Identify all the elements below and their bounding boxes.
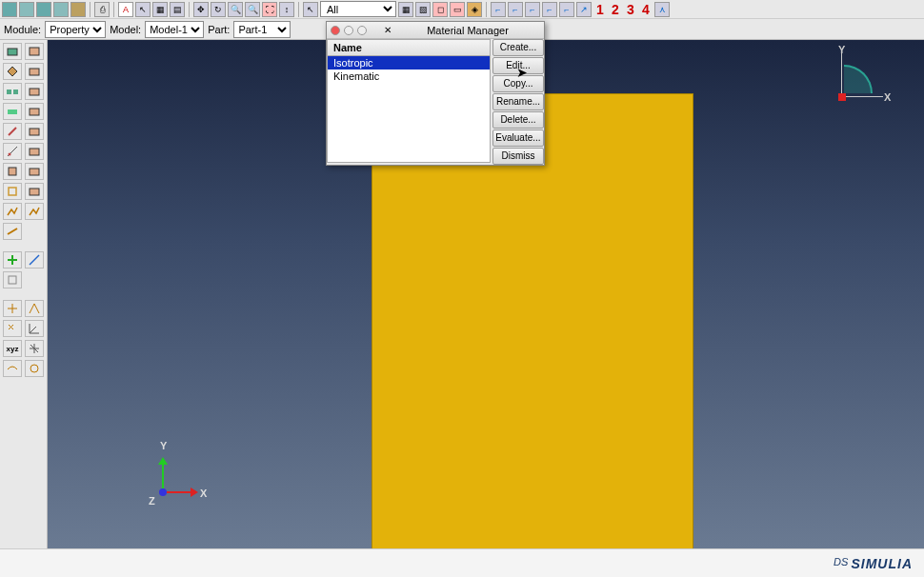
evaluate-button[interactable]: Evaluate... [492,129,544,147]
model-dropdown[interactable]: Model-1 [145,21,204,38]
print-icon[interactable]: ⎙ [94,2,110,17]
list-item[interactable]: Isotropic [328,56,490,70]
tool-section-icon[interactable] [25,43,44,60]
brand-logo: DS SIMULIA [834,556,913,571]
delete-button[interactable]: Delete... [492,111,544,129]
person-icon[interactable]: ⋏ [654,2,670,17]
svg-rect-8 [30,129,39,135]
minimize-icon[interactable] [344,26,353,35]
list-item[interactable]: Kinematic [328,70,490,83]
add-icon[interactable] [3,251,22,269]
copy-button[interactable]: Copy... [492,75,544,92]
svg-rect-0 [8,49,17,55]
line-icon[interactable] [25,251,44,269]
pan-icon[interactable]: ✥ [193,2,209,17]
x-arrow-icon [191,487,198,497]
tool-icon[interactable] [25,103,44,120]
filter-dropdown[interactable]: All [320,1,396,17]
close-icon[interactable] [331,26,340,35]
tool-icon[interactable] [3,83,22,100]
tool-icon[interactable] [25,340,44,357]
tb-icon[interactable] [53,2,69,17]
tool-icon[interactable] [3,123,22,140]
part-geometry[interactable] [372,93,693,577]
tool-icon[interactable] [25,163,44,180]
tool-icon[interactable] [3,183,22,200]
axis-icon[interactable]: ⌐ [508,2,523,17]
list-header-name[interactable]: Name [327,39,491,56]
z-label: Z [149,495,155,507]
separator [90,2,90,17]
tb-icon[interactable]: ▦ [398,2,413,17]
tool-icon[interactable] [25,143,44,160]
tool-icon[interactable] [25,300,44,317]
tool-icon[interactable] [3,271,22,288]
y-arrow-icon [158,457,168,465]
axis-icon[interactable]: ⌐ [559,2,574,17]
rename-button[interactable]: Rename... [492,93,544,110]
rotate-icon[interactable]: ↻ [211,2,226,17]
sort-icon[interactable]: ↕ [279,2,294,17]
xyz-icon[interactable]: xyz [3,340,22,357]
dismiss-button[interactable]: Dismiss [492,148,544,165]
edit-button[interactable]: Edit... [492,57,544,74]
axis-icon[interactable]: ⌐ [491,2,506,17]
tool-icon[interactable] [3,320,22,337]
module-dropdown[interactable]: Property [45,21,106,38]
cube-icon[interactable]: ◈ [467,2,482,17]
pointer-icon[interactable]: ↖ [135,2,151,17]
tool-icon[interactable] [25,183,44,200]
tool-icon[interactable] [25,203,44,220]
status-bar: DS SIMULIA [0,548,924,577]
grid-icon[interactable]: ▦ [152,2,168,17]
origin-icon [838,93,846,101]
tool-icon[interactable] [25,83,44,100]
tb-icon[interactable]: ▭ [450,2,465,17]
create-button[interactable]: Create... [492,39,544,56]
zoom-out-icon[interactable]: 🔍 [245,2,260,17]
tb-icon[interactable] [36,2,51,17]
z-axis-icon [159,488,167,496]
tb-icon[interactable] [2,2,17,17]
maximize-icon[interactable] [357,26,367,35]
view-3[interactable]: 3 [624,2,637,17]
view-1[interactable]: 1 [593,2,607,17]
svg-rect-2 [30,69,39,75]
left-toolbox: xyz [0,40,48,548]
tool-icon[interactable] [25,320,44,337]
text-icon[interactable]: A [118,2,133,17]
axis-icon [841,50,842,93]
tool-icon[interactable] [3,103,22,120]
view-4[interactable]: 4 [639,2,653,17]
dialog-titlebar[interactable]: ✕ Material Manager [327,22,544,39]
axis-icon[interactable]: ⌐ [542,2,557,17]
zoom-in-icon[interactable]: 🔍 [228,2,243,17]
material-list[interactable]: Isotropic Kinematic [327,56,491,163]
axis-icon [841,96,883,97]
tool-icon[interactable] [3,163,22,180]
tool-icon[interactable] [3,143,22,160]
axis-icon[interactable]: ↗ [576,2,592,17]
orientation-triad[interactable]: Y X [838,48,895,114]
tool-icon[interactable] [25,123,44,140]
fit-icon[interactable]: ⛶ [262,2,277,17]
tool-icon[interactable] [3,360,22,377]
tool-icon[interactable] [3,300,22,317]
tool-icon[interactable] [3,63,22,80]
grid2-icon[interactable]: ▤ [170,2,185,17]
tool-icon[interactable] [25,63,44,80]
tool-icon[interactable] [25,360,44,377]
y-label: Y [160,440,167,451]
tool-icon[interactable] [3,203,22,220]
tb-icon[interactable] [19,2,34,17]
tool-material-icon[interactable] [3,43,22,60]
axis-icon[interactable]: ⌐ [525,2,540,17]
tool-icon[interactable] [3,223,22,240]
part-dropdown[interactable]: Part-1 [233,21,291,38]
select-icon[interactable]: ↖ [303,2,318,17]
view-2[interactable]: 2 [609,2,622,17]
chain-icon[interactable] [70,2,86,17]
tb-icon[interactable]: ◻ [432,2,448,17]
tb-icon[interactable]: ▧ [415,2,431,17]
part-label: Part: [208,24,230,35]
